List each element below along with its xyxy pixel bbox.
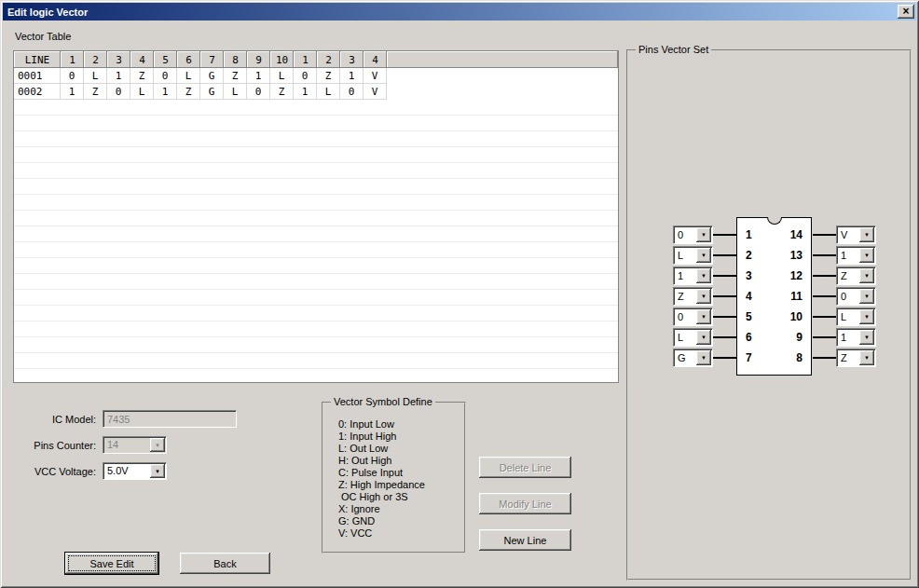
chip-pin-number-3: 3 [746, 266, 752, 286]
dropdown-arrow-icon[interactable]: ▼ [859, 309, 874, 324]
dropdown-arrow-icon[interactable]: ▼ [859, 227, 874, 242]
pin-2-vector-select[interactable]: L▼ [673, 246, 713, 265]
vector-table-header-col-8[interactable]: 8 [224, 51, 247, 68]
vector-table-header-col-3[interactable]: 3 [107, 51, 130, 68]
pin-10-vector-select-value: L [841, 311, 846, 322]
pin-14-vector-select[interactable]: V▼ [836, 226, 876, 244]
vector-table: LINE123456789101234 00010L1Z0LGZ1L0Z1V00… [13, 50, 619, 383]
dropdown-arrow-icon[interactable]: ▼ [696, 350, 711, 365]
chip-pin-number-11: 11 [790, 286, 802, 307]
pin-7-vector-select[interactable]: G▼ [673, 349, 713, 367]
vector-table-header-col-14[interactable]: 4 [363, 51, 387, 68]
window-title: Edit logic Vector [3, 7, 898, 18]
pins-vector-set-label: Pins Vector Set [636, 44, 711, 55]
dropdown-arrow-icon[interactable]: ▼ [696, 309, 711, 324]
symbol-define-line: X: Ignore [338, 503, 425, 515]
dropdown-arrow-icon[interactable]: ▼ [696, 289, 711, 304]
symbol-define-line: 1: Input High [338, 431, 425, 443]
pin-13-vector-select[interactable]: 1▼ [836, 246, 876, 265]
vector-table-header-filler [387, 51, 618, 68]
empty-table-row [14, 306, 618, 321]
pin-row-right: L▼ [813, 307, 876, 327]
vector-table-header-col-10[interactable]: 10 [270, 51, 294, 68]
new-line-button[interactable]: New Line [479, 529, 571, 551]
chip-pin-number-5: 5 [746, 307, 752, 327]
vector-table-header-col-1[interactable]: 1 [61, 51, 84, 68]
pin-5-vector-select[interactable]: 0▼ [673, 308, 713, 326]
vector-table-header-col-13[interactable]: 3 [340, 51, 363, 68]
dropdown-arrow-icon[interactable]: ▼ [696, 268, 711, 283]
vector-value-cell: V [363, 84, 387, 100]
right-pin-selectors: V▼1▼Z▼0▼L▼1▼Z▼ [813, 225, 876, 368]
pin-lead [713, 336, 736, 338]
symbol-define-line: L: Out Low [338, 443, 425, 455]
vector-value-cell: Z [224, 68, 247, 84]
symbol-define-line: C: Pulse Input [338, 467, 425, 479]
vector-table-header-col-2[interactable]: 2 [84, 51, 107, 68]
pin-12-vector-select[interactable]: Z▼ [836, 267, 876, 285]
pin-4-vector-select[interactable]: Z▼ [673, 287, 713, 306]
save-edit-button[interactable]: Save Edit [65, 553, 158, 574]
chip-left-pin-numbers: 1234567 [746, 225, 752, 368]
close-icon: × [902, 6, 909, 17]
pin-lead [713, 357, 736, 359]
vector-value-cell: 0 [61, 68, 84, 84]
pin-1-vector-select[interactable]: 0▼ [673, 226, 713, 244]
vector-table-body: 00010L1Z0LGZ1L0Z1V00021Z0L1ZGL0Z1L0V [14, 68, 618, 383]
empty-table-row [14, 274, 618, 290]
pin-10-vector-select[interactable]: L▼ [836, 308, 876, 326]
back-button[interactable]: Back [180, 553, 270, 574]
vector-table-header-col-11[interactable]: 1 [294, 51, 317, 68]
pin-row-left: 0▼ [673, 225, 736, 245]
dropdown-arrow-icon[interactable]: ▼ [696, 330, 711, 345]
dropdown-arrow-icon[interactable]: ▼ [859, 248, 874, 263]
vector-table-header-col-5[interactable]: 5 [154, 51, 177, 68]
vector-table-row-0001[interactable]: 00010L1Z0LGZ1L0Z1V [14, 68, 618, 84]
symbol-define-line: OC High or 3S [338, 491, 425, 503]
pin-6-vector-select-value: L [678, 332, 683, 343]
pin-row-right: Z▼ [813, 266, 876, 286]
pin-12-vector-select-value: Z [841, 270, 847, 281]
empty-table-row [14, 131, 618, 147]
pins-counter-value: 14 [107, 439, 118, 450]
dropdown-arrow-icon[interactable]: ▼ [696, 227, 711, 242]
empty-table-row [14, 321, 618, 337]
pin-6-vector-select[interactable]: L▼ [673, 328, 713, 347]
vcc-voltage-select[interactable]: 5.0V ▼ [103, 462, 167, 480]
pin-lead [813, 275, 836, 277]
pin-9-vector-select-value: 1 [841, 332, 846, 343]
pin-11-vector-select[interactable]: 0▼ [836, 287, 876, 306]
vector-table-header-col-9[interactable]: 9 [247, 51, 270, 68]
dropdown-arrow-icon[interactable]: ▼ [859, 330, 874, 345]
pin-lead [713, 295, 736, 297]
line-number-cell: 0002 [14, 84, 61, 100]
pin-lead [713, 316, 736, 318]
vector-value-cell: Z [270, 84, 294, 100]
symbol-define-line: 0: Input Low [338, 418, 425, 431]
vector-table-header-col-4[interactable]: 4 [130, 51, 154, 68]
pin-11-vector-select-value: 0 [841, 291, 846, 302]
pin-3-vector-select[interactable]: 1▼ [673, 267, 713, 285]
pin-lead [713, 275, 736, 277]
vector-table-header-line[interactable]: LINE [14, 51, 61, 68]
dropdown-arrow-icon[interactable]: ▼ [696, 248, 711, 263]
empty-table-row [14, 369, 618, 383]
dropdown-arrow-icon[interactable]: ▼ [859, 289, 874, 304]
vector-table-header-col-6[interactable]: 6 [177, 51, 200, 68]
dropdown-arrow-icon[interactable]: ▼ [150, 464, 165, 478]
vector-table-header-col-12[interactable]: 2 [317, 51, 340, 68]
empty-table-row [14, 258, 618, 274]
vector-table-header-col-7[interactable]: 7 [200, 51, 224, 68]
vector-value-cell: Z [130, 68, 154, 84]
vector-table-row-0002[interactable]: 00021Z0L1ZGL0Z1L0V [14, 84, 618, 100]
pin-9-vector-select[interactable]: 1▼ [836, 328, 876, 347]
close-button[interactable]: × [898, 5, 914, 19]
pin-3-vector-select-value: 1 [678, 270, 683, 281]
empty-table-row [14, 195, 618, 211]
symbol-define-line: V: VCC [338, 527, 425, 540]
dropdown-arrow-icon[interactable]: ▼ [859, 268, 874, 283]
pin-row-right: Z▼ [813, 348, 876, 368]
pin-8-vector-select[interactable]: Z▼ [836, 349, 876, 367]
empty-table-row [14, 211, 618, 226]
dropdown-arrow-icon[interactable]: ▼ [859, 350, 874, 365]
